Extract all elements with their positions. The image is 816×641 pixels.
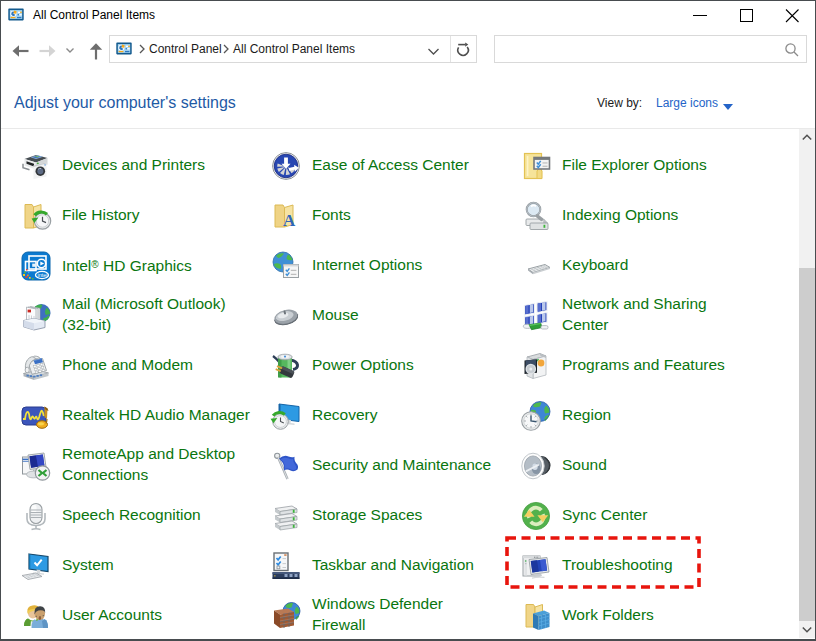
svg-text:A: A xyxy=(283,211,296,230)
svg-text:intel: intel xyxy=(38,272,48,278)
